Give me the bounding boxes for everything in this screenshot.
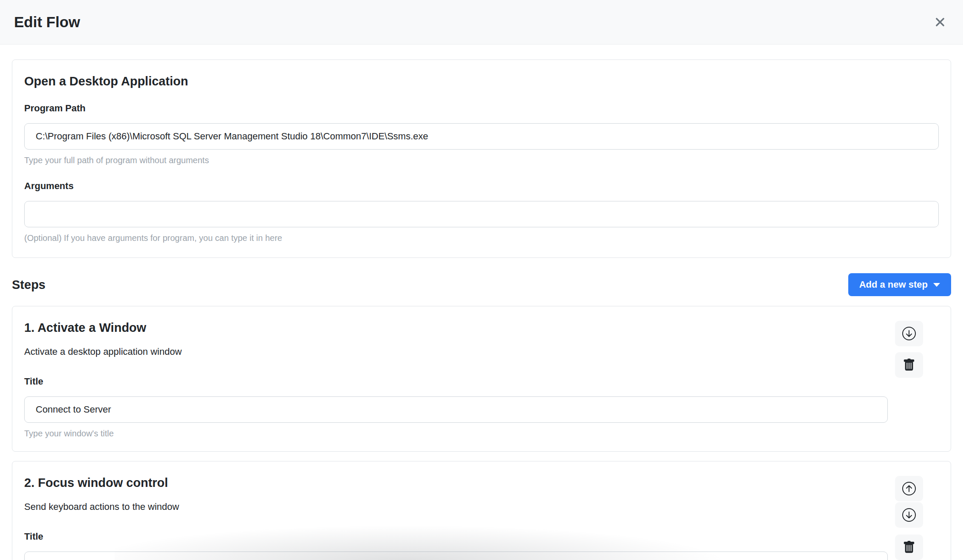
step-2-title-input[interactable]: [24, 552, 888, 560]
step-2-title: 2. Focus window control: [24, 476, 888, 490]
steps-header-row: Steps Add a new step: [12, 273, 951, 296]
card-title: Open a Desktop Application: [24, 74, 939, 88]
page-title: Edit Flow: [14, 14, 80, 31]
arguments-field: Arguments (Optional) If you have argumen…: [24, 181, 939, 243]
step-1-title-field: Title Type your window's title: [24, 376, 888, 438]
step-2-move-down-button[interactable]: [895, 502, 923, 528]
arrow-up-circle-icon: [902, 482, 916, 495]
add-new-step-label: Add a new step: [859, 279, 928, 290]
step-2-content: 2. Focus window control Send keyboard ac…: [24, 476, 888, 560]
step-2-delete-button[interactable]: [895, 535, 923, 560]
step-2-title-field: Title: [24, 531, 888, 560]
steps-heading: Steps: [12, 278, 45, 292]
step-2-field-label: Title: [24, 531, 888, 542]
arguments-help: (Optional) If you have arguments for pro…: [24, 233, 939, 243]
chevron-down-icon: [933, 283, 940, 287]
step-1-actions: [895, 321, 923, 438]
step-2-description: Send keyboard actions to the window: [24, 501, 888, 512]
step-2-actions: [895, 476, 923, 560]
program-path-label: Program Path: [24, 103, 939, 114]
step-2-move-up-button[interactable]: [895, 476, 923, 501]
step-1-content: 1. Activate a Window Activate a desktop …: [24, 321, 888, 438]
trash-icon: [903, 359, 915, 371]
close-button[interactable]: [930, 12, 950, 32]
modal-header: Edit Flow: [0, 0, 963, 45]
step-card-2: 2. Focus window control Send keyboard ac…: [12, 461, 951, 560]
step-1-move-down-button[interactable]: [895, 321, 923, 346]
step-card-1: 1. Activate a Window Activate a desktop …: [12, 306, 951, 452]
arrow-down-circle-icon: [902, 327, 916, 340]
program-path-help: Type your full path of program without a…: [24, 156, 939, 165]
arguments-input[interactable]: [24, 201, 939, 227]
step-1-delete-button[interactable]: [895, 352, 923, 378]
open-application-card: Open a Desktop Application Program Path …: [12, 59, 951, 258]
step-1-field-help: Type your window's title: [24, 429, 888, 438]
step-1-title: 1. Activate a Window: [24, 321, 888, 335]
step-1-description: Activate a desktop application window: [24, 346, 888, 357]
close-icon: [933, 15, 947, 29]
step-1-field-label: Title: [24, 376, 888, 387]
modal-body: Open a Desktop Application Program Path …: [0, 45, 963, 560]
trash-icon: [903, 541, 915, 554]
program-path-input[interactable]: [24, 123, 939, 150]
add-new-step-button[interactable]: Add a new step: [848, 273, 951, 296]
step-1-title-input[interactable]: [24, 396, 888, 423]
program-path-field: Program Path Type your full path of prog…: [24, 103, 939, 165]
arrow-down-circle-icon: [902, 508, 916, 522]
arguments-label: Arguments: [24, 181, 939, 192]
